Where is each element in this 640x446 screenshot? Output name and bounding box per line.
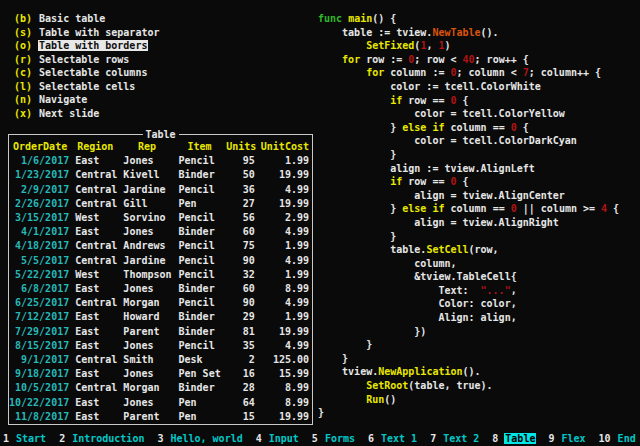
- menu-item-table-with-borders[interactable]: (o)Table with borders: [14, 39, 160, 53]
- slide-tab-input[interactable]: 4Input: [256, 433, 300, 444]
- code-token: {: [517, 122, 529, 133]
- code-token: || column >=: [517, 203, 601, 214]
- code-token: ,: [511, 285, 517, 296]
- code-token: NewApplication: [378, 366, 462, 377]
- code-token: ; column++ {: [529, 67, 601, 78]
- menu-item-label: Basic table: [38, 13, 106, 24]
- code-token: if: [432, 122, 444, 133]
- code-token: Run: [366, 394, 384, 405]
- code-line: func main() {: [318, 12, 619, 26]
- table-cell: Pencil: [175, 254, 225, 268]
- code-token: Align: align,: [318, 312, 517, 323]
- code-token: ; column <: [457, 67, 523, 78]
- table-cell: 1.99: [258, 268, 312, 282]
- menu-item-label: Selectable rows: [38, 54, 130, 65]
- table-cell: Morgan: [119, 296, 174, 310]
- slide-tab-forms[interactable]: 5Forms: [312, 433, 356, 444]
- menu-item-label: Selectable columns: [38, 67, 148, 78]
- table-cell: 1.99: [258, 310, 312, 324]
- slide-label: Hello, world: [169, 433, 243, 444]
- code-token: align = tview.AlignCenter: [318, 190, 565, 201]
- code-token: (): [384, 394, 396, 405]
- code-token: [318, 40, 366, 51]
- table-cell: 4/18/2017: [9, 239, 71, 253]
- table-cell: 6/25/2017: [9, 296, 71, 310]
- menu-item-selectable-columns[interactable]: (c)Selectable columns: [14, 66, 160, 80]
- table-cell: Binder: [175, 168, 225, 182]
- menu-item-navigate[interactable]: (n)Navigate: [14, 93, 160, 107]
- shortcut-key: (x): [14, 108, 32, 119]
- table-cell: Howard: [119, 310, 174, 324]
- code-line: tview.NewApplication().: [318, 365, 619, 379]
- table-cell: 8.99: [258, 282, 312, 296]
- code-token: if: [432, 203, 444, 214]
- slide-tab-text-2[interactable]: 7Text 2: [430, 433, 480, 444]
- table-cell: Central: [71, 183, 119, 197]
- code-token: color = tcell.ColorDarkCyan: [318, 135, 577, 146]
- code-token: SetCell: [426, 244, 468, 255]
- slide-status-bar: 1Start2Introduction3Hello, world4Input5F…: [0, 431, 640, 446]
- menu-item-selectable-rows[interactable]: (r)Selectable rows: [14, 53, 160, 67]
- code-token: for: [366, 67, 384, 78]
- column-header-orderdate: OrderDate: [9, 140, 71, 154]
- code-token: {: [457, 176, 469, 187]
- menu-item-table-with-separator[interactable]: (s)Table with separator: [14, 26, 160, 40]
- table-cell: 11/8/2017: [9, 410, 71, 424]
- slide-tab-end[interactable]: 10End: [599, 433, 637, 444]
- table-cell: 4.99: [258, 225, 312, 239]
- slide-number: 10: [599, 433, 611, 444]
- slide-tab-introduction[interactable]: 2Introduction: [59, 433, 145, 444]
- code-token: column,: [318, 258, 456, 269]
- table-cell: Jones: [119, 225, 174, 239]
- slide-tab-hello-world[interactable]: 3Hello, world: [157, 433, 243, 444]
- table-row: 10/5/2017CentralMorganBinder288.99: [9, 381, 312, 395]
- slide-tab-text-1[interactable]: 6Text 1: [368, 433, 418, 444]
- code-token: [318, 176, 390, 187]
- code-token: row ==: [402, 176, 450, 187]
- code-line: }: [318, 230, 619, 244]
- code-token: align := tview.AlignLeft: [318, 163, 535, 174]
- table-cell: 60: [225, 282, 258, 296]
- code-token: }: [318, 339, 372, 350]
- code-token: }): [318, 326, 426, 337]
- column-header-unitcost: UnitCost: [258, 140, 312, 154]
- table-row: 2/26/2017CentralGillPen2719.99: [9, 197, 312, 211]
- table-cell: 32: [225, 268, 258, 282]
- table-cell: 1/23/2017: [9, 168, 71, 182]
- code-token: &tview.TableCell{: [318, 271, 517, 282]
- code-line: } else if column == 0 {: [318, 121, 619, 135]
- slide-label: Text 1: [380, 433, 418, 444]
- table-cell: Pencil: [175, 154, 225, 168]
- table-cell: Jones: [119, 339, 174, 353]
- menu-item-selectable-cells[interactable]: (l)Selectable cells: [14, 80, 160, 94]
- code-token: (table, true).: [408, 380, 492, 391]
- table-cell: Desk: [175, 353, 225, 367]
- code-line: }: [318, 406, 619, 420]
- slide-tab-start[interactable]: 1Start: [3, 433, 47, 444]
- slide-tab-flex[interactable]: 9Flex: [548, 433, 586, 444]
- table-row: 9/18/2017EastJonesPen Set1615.99: [9, 367, 312, 381]
- menu-item-next-slide[interactable]: (x)Next slide: [14, 107, 160, 121]
- shortcut-key: (n): [14, 94, 32, 105]
- menu-item-label: Next slide: [38, 108, 100, 119]
- table-cell: East: [71, 225, 119, 239]
- code-token: ; row++ {: [475, 54, 529, 65]
- code-view: func main() { table := tview.NewTable().…: [318, 12, 619, 420]
- code-token: ; row <: [414, 54, 462, 65]
- slide-label: Text 2: [442, 433, 480, 444]
- menu-item-basic-table[interactable]: (b)Basic table: [14, 12, 160, 26]
- code-token: }: [318, 231, 396, 242]
- table-row: 7/12/2017EastHowardBinder291.99: [9, 310, 312, 324]
- table-cell: West: [71, 268, 119, 282]
- shortcut-key: (c): [14, 67, 32, 78]
- slide-tab-table[interactable]: 8Table: [492, 433, 536, 444]
- table-cell: 2/9/2017: [9, 183, 71, 197]
- code-token: Text:: [318, 285, 481, 296]
- code-token: (row,: [469, 244, 499, 255]
- code-token: ().: [481, 27, 499, 38]
- slide-label: Forms: [324, 433, 356, 444]
- table-cell: Central: [71, 239, 119, 253]
- table-cell: Jones: [119, 282, 174, 296]
- table-row: 6/25/2017CentralMorganPencil904.99: [9, 296, 312, 310]
- menu-item-label: Table with borders: [38, 40, 148, 51]
